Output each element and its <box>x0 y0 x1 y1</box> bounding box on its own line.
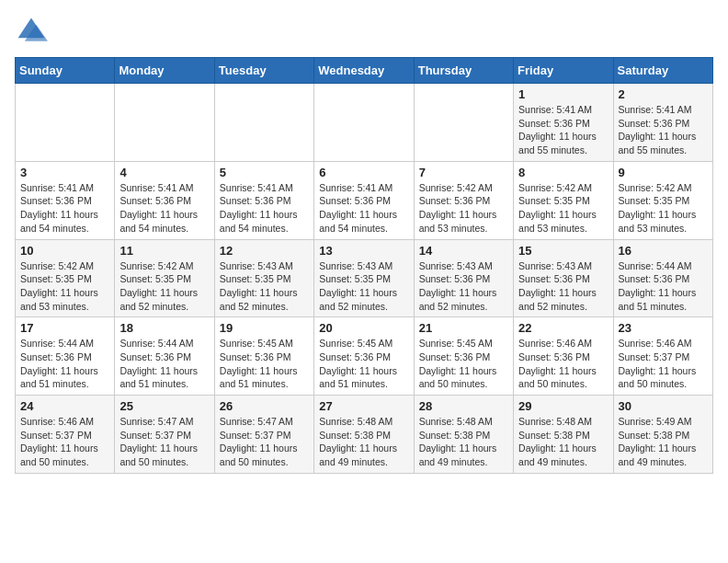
calendar-cell: 1Sunrise: 5:41 AMSunset: 5:36 PMDaylight… <box>514 84 613 162</box>
weekday-header-thursday: Thursday <box>414 58 513 84</box>
calendar-week-row: 24Sunrise: 5:46 AMSunset: 5:37 PMDayligh… <box>16 396 713 474</box>
day-number: 8 <box>518 166 608 179</box>
day-info: Sunrise: 5:47 AMSunset: 5:37 PMDaylight:… <box>119 415 209 469</box>
day-number: 26 <box>220 399 309 413</box>
page-header <box>15 15 713 48</box>
calendar-cell: 8Sunrise: 5:42 AMSunset: 5:35 PMDaylight… <box>514 161 613 239</box>
calendar-cell: 13Sunrise: 5:43 AMSunset: 5:35 PMDayligh… <box>314 239 414 317</box>
calendar-table: SundayMondayTuesdayWednesdayThursdayFrid… <box>15 57 713 474</box>
day-info: Sunrise: 5:41 AMSunset: 5:36 PMDaylight:… <box>220 181 309 236</box>
day-info: Sunrise: 5:48 AMSunset: 5:38 PMDaylight:… <box>419 415 508 469</box>
calendar-cell <box>314 84 414 162</box>
day-info: Sunrise: 5:44 AMSunset: 5:36 PMDaylight:… <box>619 259 708 314</box>
calendar-cell: 15Sunrise: 5:43 AMSunset: 5:36 PMDayligh… <box>514 239 613 317</box>
day-info: Sunrise: 5:46 AMSunset: 5:37 PMDaylight:… <box>619 337 708 391</box>
calendar-cell <box>115 84 214 162</box>
day-number: 4 <box>119 166 209 179</box>
weekday-header-sunday: Sunday <box>16 58 115 84</box>
day-number: 17 <box>20 321 109 335</box>
calendar-week-row: 17Sunrise: 5:44 AMSunset: 5:36 PMDayligh… <box>16 317 713 396</box>
day-info: Sunrise: 5:43 AMSunset: 5:35 PMDaylight:… <box>220 259 309 314</box>
day-number: 25 <box>119 399 209 413</box>
weekday-header-row: SundayMondayTuesdayWednesdayThursdayFrid… <box>16 58 713 84</box>
day-info: Sunrise: 5:45 AMSunset: 5:36 PMDaylight:… <box>220 337 309 391</box>
calendar-cell: 18Sunrise: 5:44 AMSunset: 5:36 PMDayligh… <box>115 317 214 396</box>
calendar-cell: 29Sunrise: 5:48 AMSunset: 5:38 PMDayligh… <box>514 396 613 474</box>
day-info: Sunrise: 5:42 AMSunset: 5:36 PMDaylight:… <box>419 181 508 236</box>
day-info: Sunrise: 5:44 AMSunset: 5:36 PMDaylight:… <box>119 337 209 391</box>
logo-icon <box>15 15 48 48</box>
calendar-cell: 20Sunrise: 5:45 AMSunset: 5:36 PMDayligh… <box>314 317 414 396</box>
calendar-cell: 4Sunrise: 5:41 AMSunset: 5:36 PMDaylight… <box>115 161 214 239</box>
day-info: Sunrise: 5:41 AMSunset: 5:36 PMDaylight:… <box>518 103 608 157</box>
calendar-cell: 27Sunrise: 5:48 AMSunset: 5:38 PMDayligh… <box>314 396 414 474</box>
day-info: Sunrise: 5:44 AMSunset: 5:36 PMDaylight:… <box>20 337 109 391</box>
calendar-cell: 10Sunrise: 5:42 AMSunset: 5:35 PMDayligh… <box>16 239 115 317</box>
calendar-week-row: 3Sunrise: 5:41 AMSunset: 5:36 PMDaylight… <box>16 161 713 239</box>
calendar-cell: 22Sunrise: 5:46 AMSunset: 5:36 PMDayligh… <box>514 317 613 396</box>
day-info: Sunrise: 5:42 AMSunset: 5:35 PMDaylight:… <box>619 181 708 236</box>
day-number: 16 <box>619 244 708 258</box>
calendar-cell: 30Sunrise: 5:49 AMSunset: 5:38 PMDayligh… <box>613 396 712 474</box>
calendar-week-row: 1Sunrise: 5:41 AMSunset: 5:36 PMDaylight… <box>16 84 713 162</box>
day-number: 7 <box>419 166 508 179</box>
weekday-header-monday: Monday <box>115 58 214 84</box>
calendar-cell: 24Sunrise: 5:46 AMSunset: 5:37 PMDayligh… <box>16 396 115 474</box>
day-info: Sunrise: 5:43 AMSunset: 5:36 PMDaylight:… <box>419 259 508 314</box>
calendar-cell: 5Sunrise: 5:41 AMSunset: 5:36 PMDaylight… <box>214 161 313 239</box>
day-number: 20 <box>319 321 408 335</box>
day-number: 29 <box>518 399 608 413</box>
calendar-cell: 16Sunrise: 5:44 AMSunset: 5:36 PMDayligh… <box>613 239 712 317</box>
weekday-header-saturday: Saturday <box>613 58 712 84</box>
day-number: 19 <box>220 321 309 335</box>
day-number: 27 <box>319 399 408 413</box>
calendar-cell: 25Sunrise: 5:47 AMSunset: 5:37 PMDayligh… <box>115 396 214 474</box>
day-number: 21 <box>419 321 508 335</box>
day-number: 15 <box>518 244 608 258</box>
day-number: 30 <box>619 399 708 413</box>
day-info: Sunrise: 5:47 AMSunset: 5:37 PMDaylight:… <box>220 415 309 469</box>
day-number: 11 <box>119 244 209 258</box>
weekday-header-tuesday: Tuesday <box>214 58 313 84</box>
calendar-cell <box>214 84 313 162</box>
day-info: Sunrise: 5:41 AMSunset: 5:36 PMDaylight:… <box>119 181 209 236</box>
calendar-cell: 28Sunrise: 5:48 AMSunset: 5:38 PMDayligh… <box>414 396 513 474</box>
calendar-week-row: 10Sunrise: 5:42 AMSunset: 5:35 PMDayligh… <box>16 239 713 317</box>
calendar-cell <box>414 84 513 162</box>
day-number: 12 <box>220 244 309 258</box>
weekday-header-friday: Friday <box>514 58 613 84</box>
day-number: 24 <box>20 399 109 413</box>
calendar-cell: 6Sunrise: 5:41 AMSunset: 5:36 PMDaylight… <box>314 161 414 239</box>
calendar-cell: 26Sunrise: 5:47 AMSunset: 5:37 PMDayligh… <box>214 396 313 474</box>
day-number: 2 <box>619 87 708 101</box>
day-number: 9 <box>619 166 708 179</box>
day-info: Sunrise: 5:41 AMSunset: 5:36 PMDaylight:… <box>20 181 109 236</box>
day-info: Sunrise: 5:46 AMSunset: 5:36 PMDaylight:… <box>518 337 608 391</box>
day-info: Sunrise: 5:48 AMSunset: 5:38 PMDaylight:… <box>319 415 408 469</box>
calendar-cell: 19Sunrise: 5:45 AMSunset: 5:36 PMDayligh… <box>214 317 313 396</box>
day-info: Sunrise: 5:42 AMSunset: 5:35 PMDaylight:… <box>119 259 209 314</box>
day-number: 23 <box>619 321 708 335</box>
logo <box>15 15 51 48</box>
calendar-cell: 14Sunrise: 5:43 AMSunset: 5:36 PMDayligh… <box>414 239 513 317</box>
calendar-header: SundayMondayTuesdayWednesdayThursdayFrid… <box>16 58 713 84</box>
calendar-cell: 23Sunrise: 5:46 AMSunset: 5:37 PMDayligh… <box>613 317 712 396</box>
day-number: 22 <box>518 321 608 335</box>
day-info: Sunrise: 5:41 AMSunset: 5:36 PMDaylight:… <box>319 181 408 236</box>
day-number: 5 <box>220 166 309 179</box>
day-info: Sunrise: 5:42 AMSunset: 5:35 PMDaylight:… <box>518 181 608 236</box>
day-number: 10 <box>20 244 109 258</box>
calendar-cell <box>16 84 115 162</box>
day-number: 14 <box>419 244 508 258</box>
day-info: Sunrise: 5:45 AMSunset: 5:36 PMDaylight:… <box>419 337 508 391</box>
day-number: 1 <box>518 87 608 101</box>
calendar-cell: 9Sunrise: 5:42 AMSunset: 5:35 PMDaylight… <box>613 161 712 239</box>
calendar-cell: 3Sunrise: 5:41 AMSunset: 5:36 PMDaylight… <box>16 161 115 239</box>
day-number: 13 <box>319 244 408 258</box>
calendar-cell: 17Sunrise: 5:44 AMSunset: 5:36 PMDayligh… <box>16 317 115 396</box>
day-info: Sunrise: 5:42 AMSunset: 5:35 PMDaylight:… <box>20 259 109 314</box>
calendar-cell: 7Sunrise: 5:42 AMSunset: 5:36 PMDaylight… <box>414 161 513 239</box>
day-number: 6 <box>319 166 408 179</box>
calendar-cell: 12Sunrise: 5:43 AMSunset: 5:35 PMDayligh… <box>214 239 313 317</box>
calendar-cell: 11Sunrise: 5:42 AMSunset: 5:35 PMDayligh… <box>115 239 214 317</box>
